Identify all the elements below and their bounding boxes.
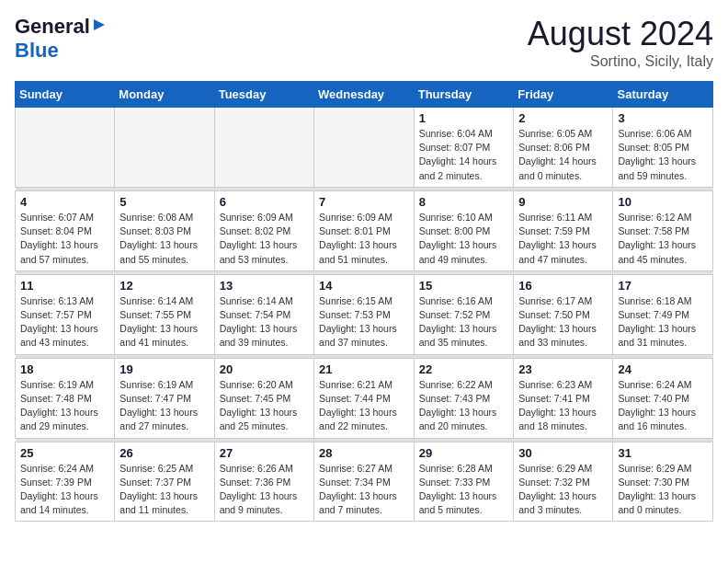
calendar-table: SundayMondayTuesdayWednesdayThursdayFrid… bbox=[15, 81, 713, 522]
calendar-cell: 1Sunrise: 6:04 AMSunset: 8:07 PMDaylight… bbox=[414, 108, 513, 188]
month-year-title: August 2024 bbox=[528, 15, 713, 53]
day-info: Sunrise: 6:29 AMSunset: 7:30 PMDaylight:… bbox=[618, 462, 708, 518]
day-number: 6 bbox=[220, 195, 309, 209]
calendar-cell: 11Sunrise: 6:13 AMSunset: 7:57 PMDayligh… bbox=[16, 274, 115, 354]
svg-marker-0 bbox=[94, 19, 105, 30]
calendar-cell: 4Sunrise: 6:07 AMSunset: 8:04 PMDaylight… bbox=[16, 190, 115, 270]
calendar-cell: 10Sunrise: 6:12 AMSunset: 7:58 PMDayligh… bbox=[613, 190, 713, 270]
calendar-cell bbox=[214, 108, 313, 188]
weekday-header-friday: Friday bbox=[514, 82, 613, 108]
weekday-header-saturday: Saturday bbox=[613, 82, 713, 108]
calendar-cell: 20Sunrise: 6:20 AMSunset: 7:45 PMDayligh… bbox=[214, 358, 313, 438]
calendar-cell: 31Sunrise: 6:29 AMSunset: 7:30 PMDayligh… bbox=[613, 442, 713, 522]
calendar-cell: 18Sunrise: 6:19 AMSunset: 7:48 PMDayligh… bbox=[16, 358, 115, 438]
calendar-cell: 3Sunrise: 6:06 AMSunset: 8:05 PMDaylight… bbox=[613, 108, 713, 188]
day-info: Sunrise: 6:28 AMSunset: 7:33 PMDaylight:… bbox=[419, 462, 508, 518]
day-number: 13 bbox=[220, 279, 309, 293]
calendar-cell: 7Sunrise: 6:09 AMSunset: 8:01 PMDaylight… bbox=[314, 190, 415, 270]
day-number: 14 bbox=[319, 279, 409, 293]
day-number: 31 bbox=[618, 446, 708, 460]
day-info: Sunrise: 6:19 AMSunset: 7:47 PMDaylight:… bbox=[119, 378, 209, 434]
day-number: 1 bbox=[419, 111, 508, 125]
weekday-header-row: SundayMondayTuesdayWednesdayThursdayFrid… bbox=[16, 82, 713, 108]
calendar-cell: 19Sunrise: 6:19 AMSunset: 7:47 PMDayligh… bbox=[115, 358, 214, 438]
calendar-cell: 6Sunrise: 6:09 AMSunset: 8:02 PMDaylight… bbox=[214, 190, 313, 270]
calendar-cell: 13Sunrise: 6:14 AMSunset: 7:54 PMDayligh… bbox=[214, 274, 313, 354]
day-number: 2 bbox=[518, 111, 608, 125]
day-info: Sunrise: 6:09 AMSunset: 8:02 PMDaylight:… bbox=[220, 211, 309, 267]
calendar-cell: 21Sunrise: 6:21 AMSunset: 7:44 PMDayligh… bbox=[314, 358, 415, 438]
day-info: Sunrise: 6:29 AMSunset: 7:32 PMDaylight:… bbox=[518, 462, 608, 518]
weekday-header-sunday: Sunday bbox=[16, 82, 115, 108]
calendar-cell: 25Sunrise: 6:24 AMSunset: 7:39 PMDayligh… bbox=[16, 442, 115, 522]
day-info: Sunrise: 6:04 AMSunset: 8:07 PMDaylight:… bbox=[419, 127, 508, 183]
day-number: 17 bbox=[618, 279, 708, 293]
calendar-cell: 16Sunrise: 6:17 AMSunset: 7:50 PMDayligh… bbox=[514, 274, 613, 354]
day-info: Sunrise: 6:19 AMSunset: 7:48 PMDaylight:… bbox=[20, 378, 109, 434]
calendar-week-1: 1Sunrise: 6:04 AMSunset: 8:07 PMDaylight… bbox=[16, 108, 713, 188]
day-number: 23 bbox=[518, 362, 608, 376]
day-number: 16 bbox=[518, 279, 608, 293]
page-header: General Blue August 2024 Sortino, Sicily… bbox=[15, 15, 713, 70]
calendar-cell bbox=[16, 108, 115, 188]
day-info: Sunrise: 6:14 AMSunset: 7:54 PMDaylight:… bbox=[220, 294, 309, 350]
calendar-cell: 29Sunrise: 6:28 AMSunset: 7:33 PMDayligh… bbox=[414, 442, 513, 522]
day-number: 24 bbox=[618, 362, 708, 376]
day-number: 18 bbox=[20, 362, 109, 376]
day-info: Sunrise: 6:22 AMSunset: 7:43 PMDaylight:… bbox=[419, 378, 508, 434]
calendar-week-2: 4Sunrise: 6:07 AMSunset: 8:04 PMDaylight… bbox=[16, 190, 713, 270]
day-info: Sunrise: 6:18 AMSunset: 7:49 PMDaylight:… bbox=[618, 294, 708, 350]
logo-arrow-icon bbox=[92, 17, 107, 36]
calendar-week-5: 25Sunrise: 6:24 AMSunset: 7:39 PMDayligh… bbox=[16, 442, 713, 522]
calendar-cell bbox=[115, 108, 214, 188]
day-number: 3 bbox=[618, 111, 708, 125]
day-info: Sunrise: 6:12 AMSunset: 7:58 PMDaylight:… bbox=[618, 211, 708, 267]
calendar-cell: 9Sunrise: 6:11 AMSunset: 7:59 PMDaylight… bbox=[514, 190, 613, 270]
day-info: Sunrise: 6:07 AMSunset: 8:04 PMDaylight:… bbox=[20, 211, 109, 267]
calendar-cell: 22Sunrise: 6:22 AMSunset: 7:43 PMDayligh… bbox=[414, 358, 513, 438]
day-number: 8 bbox=[419, 195, 508, 209]
logo-blue-text: Blue bbox=[15, 39, 59, 62]
day-number: 25 bbox=[20, 446, 109, 460]
weekday-header-monday: Monday bbox=[115, 82, 214, 108]
day-info: Sunrise: 6:17 AMSunset: 7:50 PMDaylight:… bbox=[518, 294, 608, 350]
day-info: Sunrise: 6:08 AMSunset: 8:03 PMDaylight:… bbox=[119, 211, 209, 267]
day-info: Sunrise: 6:14 AMSunset: 7:55 PMDaylight:… bbox=[119, 294, 209, 350]
calendar-week-3: 11Sunrise: 6:13 AMSunset: 7:57 PMDayligh… bbox=[16, 274, 713, 354]
weekday-header-tuesday: Tuesday bbox=[214, 82, 313, 108]
day-info: Sunrise: 6:21 AMSunset: 7:44 PMDaylight:… bbox=[319, 378, 409, 434]
day-number: 28 bbox=[319, 446, 409, 460]
day-info: Sunrise: 6:09 AMSunset: 8:01 PMDaylight:… bbox=[319, 211, 409, 267]
day-info: Sunrise: 6:20 AMSunset: 7:45 PMDaylight:… bbox=[220, 378, 309, 434]
calendar-cell: 2Sunrise: 6:05 AMSunset: 8:06 PMDaylight… bbox=[514, 108, 613, 188]
day-number: 30 bbox=[518, 446, 608, 460]
logo: General Blue bbox=[15, 15, 107, 63]
calendar-cell: 17Sunrise: 6:18 AMSunset: 7:49 PMDayligh… bbox=[613, 274, 713, 354]
calendar-cell: 15Sunrise: 6:16 AMSunset: 7:52 PMDayligh… bbox=[414, 274, 513, 354]
calendar-cell bbox=[314, 108, 415, 188]
calendar-cell: 23Sunrise: 6:23 AMSunset: 7:41 PMDayligh… bbox=[514, 358, 613, 438]
calendar-cell: 5Sunrise: 6:08 AMSunset: 8:03 PMDaylight… bbox=[115, 190, 214, 270]
weekday-header-thursday: Thursday bbox=[414, 82, 513, 108]
calendar-week-4: 18Sunrise: 6:19 AMSunset: 7:48 PMDayligh… bbox=[16, 358, 713, 438]
day-info: Sunrise: 6:27 AMSunset: 7:34 PMDaylight:… bbox=[319, 462, 409, 518]
day-number: 4 bbox=[20, 195, 109, 209]
calendar-cell: 12Sunrise: 6:14 AMSunset: 7:55 PMDayligh… bbox=[115, 274, 214, 354]
title-block: August 2024 Sortino, Sicily, Italy bbox=[528, 15, 713, 70]
day-info: Sunrise: 6:16 AMSunset: 7:52 PMDaylight:… bbox=[419, 294, 508, 350]
calendar-cell: 8Sunrise: 6:10 AMSunset: 8:00 PMDaylight… bbox=[414, 190, 513, 270]
day-number: 5 bbox=[119, 195, 209, 209]
calendar-cell: 27Sunrise: 6:26 AMSunset: 7:36 PMDayligh… bbox=[214, 442, 313, 522]
calendar-cell: 26Sunrise: 6:25 AMSunset: 7:37 PMDayligh… bbox=[115, 442, 214, 522]
day-number: 20 bbox=[220, 362, 309, 376]
day-number: 29 bbox=[419, 446, 508, 460]
day-number: 7 bbox=[319, 195, 409, 209]
calendar-cell: 30Sunrise: 6:29 AMSunset: 7:32 PMDayligh… bbox=[514, 442, 613, 522]
day-number: 15 bbox=[419, 279, 508, 293]
day-info: Sunrise: 6:10 AMSunset: 8:00 PMDaylight:… bbox=[419, 211, 508, 267]
day-number: 27 bbox=[220, 446, 309, 460]
day-info: Sunrise: 6:11 AMSunset: 7:59 PMDaylight:… bbox=[518, 211, 608, 267]
day-number: 22 bbox=[419, 362, 508, 376]
logo-general-text: General bbox=[15, 15, 90, 39]
calendar-cell: 28Sunrise: 6:27 AMSunset: 7:34 PMDayligh… bbox=[314, 442, 415, 522]
